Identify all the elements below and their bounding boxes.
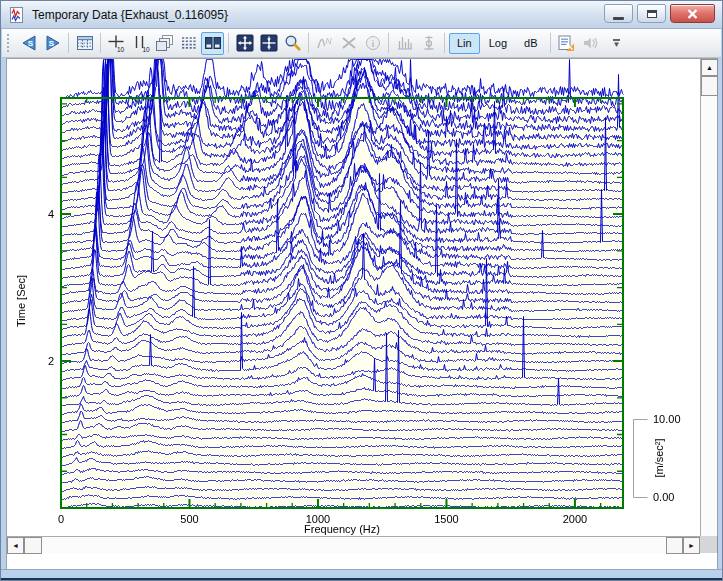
export-picture-button[interactable]	[555, 32, 578, 55]
minimize-icon	[613, 17, 624, 20]
zoom-in-region-button[interactable]	[233, 32, 256, 55]
svg-text:S: S	[48, 39, 54, 48]
zoom-out-region-icon	[260, 34, 278, 52]
main-toolbar: S S 10	[2, 29, 721, 58]
waterfall-display-button[interactable]	[153, 32, 176, 55]
overflow-arrow-icon: ▼	[613, 42, 621, 48]
harmonic-cursor-icon	[396, 34, 414, 52]
front-back-display-button[interactable]	[201, 32, 224, 55]
double-cursor-button[interactable]: 10	[129, 32, 152, 55]
vertical-scrollbar-track[interactable]	[701, 96, 717, 536]
colormap-display-icon	[180, 34, 198, 52]
waterfall-display-icon	[155, 34, 174, 53]
restore-button[interactable]	[637, 4, 666, 23]
delete-curve-icon	[340, 34, 358, 52]
plot-client-area: Frequency (Hz) Time [Sec] ▲ ▼ ◄ ►	[6, 58, 718, 571]
minimize-button[interactable]	[604, 4, 633, 23]
svg-text:10: 10	[142, 45, 150, 52]
anchor-cursor-button	[417, 32, 440, 55]
export-picture-icon	[557, 34, 576, 53]
delete-curve-button	[337, 32, 360, 55]
data-table-button[interactable]	[73, 32, 96, 55]
previous-block-button[interactable]: S	[17, 32, 40, 55]
zoom-tool-button[interactable]	[281, 32, 304, 55]
horizontal-scrollbar-track[interactable]	[42, 537, 666, 553]
restore-icon	[647, 10, 657, 18]
anchor-cursor-icon	[420, 34, 438, 52]
magnifier-icon	[284, 34, 302, 52]
front-back-display-icon	[204, 34, 222, 52]
zoom-in-region-icon	[236, 34, 254, 52]
single-cursor-icon: 10	[107, 34, 126, 53]
horizontal-scrollbar-thumb[interactable]	[24, 537, 42, 554]
curve-fit-icon: N	[316, 34, 334, 52]
scroll-right-icon: ►	[688, 542, 695, 549]
info-button: i	[361, 32, 384, 55]
zoom-out-region-button[interactable]	[257, 32, 280, 55]
svg-text:i: i	[371, 39, 374, 49]
harmonic-cursor-button	[393, 32, 416, 55]
colormap-display-button[interactable]	[177, 32, 200, 55]
toolbar-separator	[100, 33, 101, 53]
vertical-scrollbar-thumb[interactable]	[701, 76, 718, 96]
data-table-icon	[76, 34, 94, 52]
double-cursor-icon: 10	[131, 34, 150, 53]
svg-text:N: N	[325, 36, 332, 46]
toolbar-separator	[308, 33, 309, 53]
lin-scale-button[interactable]: Lin	[449, 33, 480, 54]
title-bar[interactable]: Temporary Data {Exhaust_0.116095}	[1, 1, 722, 29]
application-window: Temporary Data {Exhaust_0.116095} S	[0, 0, 723, 581]
previous-block-icon: S	[19, 34, 39, 52]
scroll-left-button[interactable]: ◄	[7, 537, 24, 554]
curve-fit-button: N	[313, 32, 336, 55]
toolbar-separator	[550, 33, 551, 53]
single-cursor-button[interactable]: 10	[105, 32, 128, 55]
close-icon	[687, 9, 698, 19]
svg-text:10: 10	[117, 45, 125, 52]
window-bottom-edge	[1, 578, 722, 580]
window-title: Temporary Data {Exhaust_0.116095}	[32, 8, 228, 22]
next-block-icon: S	[43, 34, 63, 52]
waterfall-plot-canvas[interactable]	[7, 59, 700, 553]
toolbar-separator	[388, 33, 389, 53]
close-button[interactable]	[670, 4, 715, 23]
svg-text:S: S	[27, 39, 33, 48]
vertical-scrollbar[interactable]: ▲ ▼	[700, 59, 717, 553]
log-scale-button[interactable]: Log	[481, 33, 515, 54]
scroll-page-button[interactable]	[666, 537, 683, 554]
scroll-left-icon: ◄	[12, 542, 19, 549]
scroll-right-button[interactable]: ►	[683, 537, 700, 554]
db-scale-button[interactable]: dB	[516, 33, 545, 54]
scroll-up-button[interactable]: ▲	[701, 59, 718, 76]
toolbar-grip[interactable]	[7, 34, 12, 52]
toolbar-separator	[68, 33, 69, 53]
info-icon: i	[364, 34, 382, 52]
play-sound-button	[579, 32, 602, 55]
toolbar-overflow-button[interactable]: ▼	[613, 39, 621, 48]
toolbar-separator	[444, 33, 445, 53]
scroll-up-icon: ▲	[706, 64, 713, 71]
speaker-icon	[581, 34, 599, 52]
next-block-button[interactable]: S	[41, 32, 64, 55]
scrollbar-corner	[700, 536, 717, 553]
horizontal-scrollbar[interactable]: ◄ ►	[7, 536, 700, 553]
toolbar-separator	[228, 33, 229, 53]
window-icon	[9, 7, 25, 23]
window-controls	[604, 4, 715, 23]
